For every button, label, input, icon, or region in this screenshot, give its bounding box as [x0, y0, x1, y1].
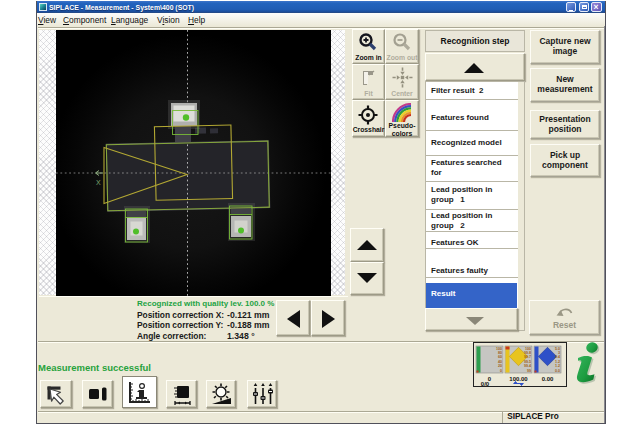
svg-text:99.5: 99.5	[524, 360, 531, 364]
svg-text:0: 0	[500, 369, 502, 373]
svg-text:1.2: 1.2	[555, 360, 560, 364]
svg-text:X: X	[96, 179, 101, 186]
svg-text:80: 80	[498, 351, 502, 355]
svg-text:2.4: 2.4	[555, 355, 560, 359]
svg-text:0.0: 0.0	[555, 369, 560, 373]
svg-text:60: 60	[498, 355, 502, 359]
svg-text:99: 99	[527, 369, 531, 373]
svg-text:0.00: 0.00	[542, 376, 554, 382]
svg-text:99.7: 99.7	[524, 355, 531, 359]
svg-text:100: 100	[525, 347, 531, 351]
svg-text:0/0: 0/0	[481, 381, 490, 386]
svg-text:5.0: 5.0	[555, 347, 560, 351]
svg-text:20: 20	[498, 364, 502, 368]
svg-text:99.8: 99.8	[524, 351, 531, 355]
svg-text:100.00: 100.00	[509, 376, 528, 382]
svg-text:3: 3	[558, 351, 560, 355]
svg-text:100: 100	[496, 347, 502, 351]
svg-text:1.2: 1.2	[555, 364, 560, 368]
svg-text:99.4: 99.4	[524, 364, 531, 368]
svg-text:40: 40	[498, 360, 502, 364]
